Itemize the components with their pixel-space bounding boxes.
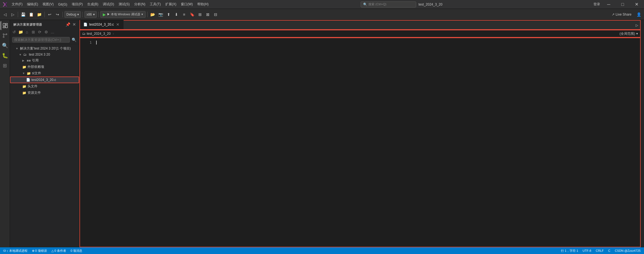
menu-item-视图[interactable]: 视图(V)	[40, 0, 56, 9]
upload-button[interactable]: ⬆	[165, 11, 172, 18]
menu-item-窗口[interactable]: 窗口(W)	[179, 0, 195, 9]
st-refresh[interactable]: ↺	[11, 29, 17, 35]
errors-label: 0 项错误	[35, 249, 47, 253]
sidebar-search-input[interactable]	[12, 37, 70, 43]
status-warnings[interactable]: △ 0 条作者	[50, 247, 67, 254]
maximize-button[interactable]: □	[616, 0, 629, 9]
editor-scrollbar[interactable]	[637, 38, 640, 247]
activity-debug[interactable]: 🐛	[1, 51, 9, 60]
activity-explorer[interactable]	[1, 21, 9, 30]
breadcrumb-project[interactable]: 🗂 test_2024_3_20	[80, 30, 113, 37]
svg-point-5	[3, 36, 4, 38]
menu-item-编辑[interactable]: 编辑(E)	[25, 0, 40, 9]
menu-item-生成[interactable]: 生成(B)	[85, 0, 101, 9]
tab-close-btn[interactable]: ✕	[116, 22, 120, 27]
sidebar-search: 🔍	[10, 36, 79, 44]
sidebar-close-btn[interactable]: ✕	[71, 22, 77, 27]
filter-button[interactable]: 🔖	[189, 11, 196, 18]
toolbar-sep-3	[63, 12, 63, 17]
search-box[interactable]: 🔍 搜索 (Ctrl+Q)	[361, 1, 416, 8]
status-errors[interactable]: ⊗ 0 项错误	[31, 247, 48, 254]
main-content: 🔍 🐛 ⊞ 解决方案资源管理器 📌 ✕ ↺ 📁 ⌂ ⊞ ⟳ ⚙ … 🔍	[0, 20, 644, 247]
undo-button[interactable]: ↩	[46, 11, 53, 18]
breadcrumb-scope-area: (全局范围) ▾	[376, 31, 640, 36]
activity-search[interactable]: 🔍	[1, 41, 9, 50]
screenshot-button[interactable]: 📷	[157, 11, 164, 18]
status-bar: ⛁ ↕ 本地调试进程 ⊗ 0 项错误 △ 0 条作者 0 项消息 行 1，字符 …	[0, 247, 644, 254]
close-button[interactable]: ✕	[630, 0, 643, 9]
login-label[interactable]: 登录	[592, 2, 601, 7]
save-all-button[interactable]: 📋	[28, 11, 35, 18]
mainfile-label: test2024_3_20.c	[31, 78, 56, 82]
title-bar-center: 🔍 搜索 (Ctrl+Q) test_2024_3_20	[211, 1, 592, 8]
sidebar-title: 解决方案资源管理器	[13, 23, 42, 27]
more-btn3[interactable]: ⊟	[212, 11, 219, 18]
right-panel-scrollbar[interactable]	[641, 20, 644, 247]
account-button[interactable]: 👤	[635, 11, 642, 18]
folder2-button[interactable]: 📂	[149, 11, 156, 18]
st-settings[interactable]: ⚙	[43, 29, 49, 35]
forward-button[interactable]: ▷	[9, 11, 16, 18]
sidebar-pin-btn[interactable]: 📌	[65, 22, 71, 27]
st-home[interactable]: ⌂	[24, 29, 30, 35]
activity-git[interactable]	[1, 31, 9, 40]
menu-item-Git[interactable]: Git(G)	[56, 0, 69, 9]
status-eol[interactable]: CRLF	[595, 247, 605, 254]
breadcrumb-scope-dropdown[interactable]: (全局范围) ▾	[620, 31, 638, 36]
more-btn1[interactable]: ⊞	[197, 11, 203, 18]
liveshare-icon: ↗	[612, 13, 615, 16]
st-folder[interactable]: 📁	[18, 29, 24, 35]
sidebar-header-icons: 📌 ✕	[65, 22, 77, 27]
status-branch[interactable]: ⛁ ↕ 本地调试进程	[2, 247, 29, 254]
tree-item-ref[interactable]: ▶ ■■ 引用	[10, 57, 79, 64]
save-group-button[interactable]: 💾	[20, 11, 27, 18]
more-btn2[interactable]: ⊠	[204, 11, 211, 18]
run-button[interactable]: ▶ ▶ 本地 Windows 调试器 ▾	[100, 11, 146, 18]
tree-item-mainfile[interactable]: 📄 test2024_3_20.c	[10, 77, 79, 83]
run-label: ▶ 本地 Windows 调试器	[107, 12, 140, 16]
svg-rect-1	[6, 23, 8, 24]
tab-bar-scroll-right[interactable]: ▷	[633, 21, 640, 29]
tab-mainfile[interactable]: 📄 test2024_3_20.c ✕	[80, 20, 124, 29]
tree-container: ▼ 解决方案'test 2024 3 20'(1 个项目) ▼ 🗂 test 2…	[10, 44, 79, 247]
status-watermark: CSDN @Zzzz4725	[614, 247, 642, 254]
liveshare-label: Live Share	[616, 13, 631, 16]
st-more[interactable]: …	[49, 29, 56, 35]
debug-config-dropdown[interactable]: Debug ▾	[64, 11, 81, 18]
download-button[interactable]: ⬇	[173, 11, 180, 18]
st-refresh2[interactable]: ⟳	[37, 29, 43, 35]
menu-item-工具[interactable]: 工具(T)	[148, 0, 163, 9]
tree-item-resfiles[interactable]: 📁 资源文件	[10, 90, 79, 96]
solution-header[interactable]: ▼ 解决方案'test 2024 3 20'(1 个项目)	[10, 45, 79, 52]
folder-button[interactable]: 📁	[36, 11, 43, 18]
project-header[interactable]: ▼ 🗂 test 2024 3 20	[10, 52, 79, 57]
menu-item-文件[interactable]: 文件(F)	[9, 0, 25, 9]
liveshare-button[interactable]: ↗ Live Share	[610, 11, 633, 18]
code-content[interactable]	[94, 38, 637, 247]
title-bar: // Menu items will be rendered below 文件(…	[0, 0, 644, 9]
sort-button[interactable]: ≡	[181, 11, 188, 18]
redo-button[interactable]: ↪	[54, 11, 61, 18]
menu-item-分析[interactable]: 分析(N)	[132, 0, 148, 9]
status-messages[interactable]: 0 项消息	[69, 247, 83, 254]
title-bar-right: 登录 ─ □ ✕	[592, 0, 644, 9]
activity-extensions[interactable]: ⊞	[1, 61, 9, 70]
status-line-col[interactable]: 行 1，字符 1	[560, 247, 579, 254]
menu-item-调试[interactable]: 调试(D)	[101, 0, 116, 9]
status-lang[interactable]: C	[607, 247, 611, 254]
editor-area: 📄 test2024_3_20.c ✕ ▷ 🗂 test_2024_3_20 ›…	[79, 20, 641, 247]
menu-item-测试[interactable]: 测试(S)	[116, 0, 132, 9]
tree-item-headfiles[interactable]: 📁 头文件	[10, 83, 79, 90]
menu-item-项目[interactable]: 项目(P)	[69, 0, 85, 9]
platform-dropdown[interactable]: x86 ▾	[84, 11, 96, 18]
tree-item-external[interactable]: 📁 外部依赖项	[10, 64, 79, 70]
tree-item-slfiles[interactable]: ▼ 📁 sl文件	[10, 70, 79, 77]
code-editor[interactable]: 1	[79, 38, 641, 247]
st-show-all[interactable]: ⊞	[30, 29, 36, 35]
status-encoding[interactable]: UTF-8	[581, 247, 592, 254]
menu-item-帮助[interactable]: 帮助(H)	[195, 0, 211, 9]
back-button[interactable]: ◁	[2, 11, 8, 18]
minimize-button[interactable]: ─	[602, 0, 615, 9]
sidebar-search-btn[interactable]: 🔍	[71, 37, 77, 43]
menu-item-扩展[interactable]: 扩展(X)	[163, 0, 179, 9]
